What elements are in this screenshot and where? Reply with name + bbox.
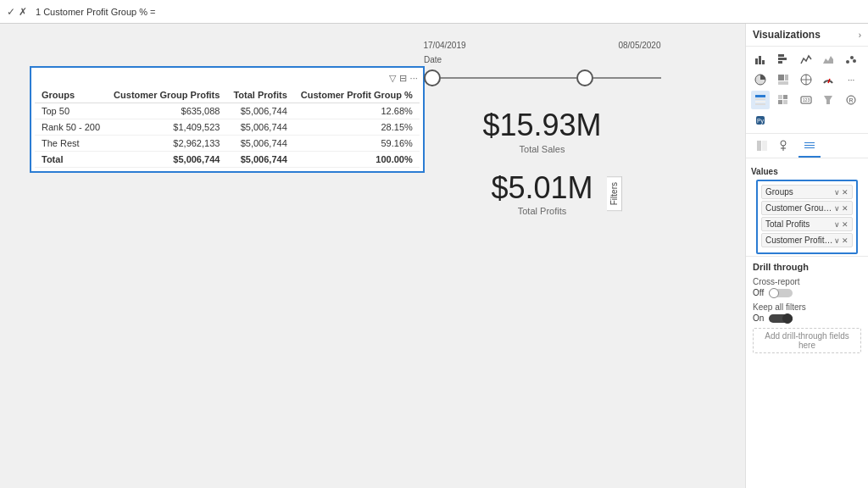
viz-tab-format[interactable] — [751, 137, 773, 158]
date-end: 08/05/2020 — [618, 41, 660, 50]
svg-rect-34 — [762, 141, 767, 151]
field-chevron-icon[interactable]: ∨ — [834, 188, 840, 197]
cross-report-toggle[interactable] — [769, 289, 793, 297]
svg-rect-4 — [778, 58, 787, 60]
field-controls: ∨ ✕ — [834, 204, 849, 213]
field-item-customer-group-profits[interactable]: Customer Group Profits ∨ ✕ — [761, 201, 853, 215]
svg-point-8 — [850, 56, 854, 59]
viz-icon-pie[interactable] — [751, 70, 770, 89]
kpi-total-profits: $5.01M Total Profits — [491, 171, 593, 217]
viz-icon-column[interactable] — [774, 50, 793, 69]
cell-cgp: $5,006,744 — [107, 152, 226, 168]
field-label: Groups — [765, 187, 793, 197]
keep-filters-toggle[interactable] — [769, 314, 793, 323]
svg-rect-19 — [755, 98, 765, 100]
viz-panel-title: Visualizations — [753, 29, 821, 41]
cell-cgp: $1,409,523 — [107, 119, 226, 136]
cell-group: The Rest — [35, 136, 107, 152]
viz-icon-custom[interactable]: R — [842, 91, 860, 109]
kpi-total-profits-value: $5.01M — [491, 171, 593, 205]
cross-report-label: Cross-report — [753, 277, 861, 286]
svg-rect-38 — [804, 142, 815, 143]
drill-add-field-placeholder[interactable]: Add drill-through fields here — [753, 328, 861, 353]
field-remove-icon[interactable]: ✕ — [842, 236, 849, 245]
keep-filters-track[interactable] — [769, 314, 793, 323]
cell-tp: $5,006,744 — [226, 119, 293, 136]
svg-point-9 — [853, 59, 856, 63]
date-line — [441, 77, 576, 79]
kpi-total-sales-label: Total Sales — [482, 144, 601, 154]
viz-icon-table[interactable] — [751, 91, 770, 109]
field-label: Total Profits — [765, 219, 810, 229]
formula-bar-title: 1 Customer Profit Group % = — [36, 7, 156, 17]
svg-rect-3 — [778, 54, 784, 57]
date-node-end[interactable] — [576, 69, 593, 86]
cross-report-track[interactable] — [769, 289, 793, 297]
filters-tab[interactable]: Filters — [607, 176, 622, 211]
top-bar: ✓ ✗ 1 Customer Profit Group % = — [0, 0, 868, 24]
viz-icon-gauge[interactable] — [819, 70, 837, 89]
keep-filters-on-label: On — [753, 313, 764, 323]
cell-tp: $5,006,744 — [226, 136, 293, 152]
viz-icon-matrix[interactable] — [774, 91, 793, 109]
viz-icon-scatter[interactable] — [842, 50, 860, 69]
svg-rect-20 — [755, 101, 765, 103]
svg-point-7 — [846, 60, 849, 64]
drill-through-section: Drill through Cross-report Off Keep all … — [746, 256, 868, 358]
table-header-row: Groups Customer Group Profits Total Prof… — [35, 87, 420, 103]
field-remove-icon[interactable]: ✕ — [842, 188, 849, 197]
svg-rect-23 — [783, 95, 787, 99]
field-chevron-icon[interactable]: ∨ — [834, 236, 840, 245]
viz-icon-py[interactable]: Py — [751, 111, 770, 130]
field-item-total-profits[interactable]: Total Profits ∨ ✕ — [761, 217, 853, 231]
field-remove-icon[interactable]: ✕ — [842, 204, 849, 213]
viz-icon-treemap[interactable] — [774, 70, 793, 89]
viz-icon-funnel[interactable] — [819, 91, 837, 109]
viz-icon-more[interactable]: ··· — [842, 70, 860, 89]
date-node-start[interactable] — [424, 69, 441, 86]
field-label: Customer Group Profits — [765, 203, 833, 213]
kpi-total-profits-label: Total Profits — [491, 206, 593, 216]
values-box: Groups ∨ ✕ Customer Group Profits ∨ ✕ To… — [756, 180, 858, 254]
cross-report-toggle-row: Off — [753, 288, 861, 297]
svg-text:Py: Py — [757, 118, 765, 125]
svg-rect-12 — [785, 75, 788, 80]
viz-action-tabs — [746, 134, 868, 158]
svg-line-17 — [828, 79, 830, 83]
viz-icon-bar[interactable] — [751, 50, 770, 69]
date-slider[interactable] — [424, 69, 661, 86]
svg-rect-22 — [778, 95, 782, 99]
fields-section: Values Groups ∨ ✕ Customer Group Profits… — [746, 158, 868, 488]
field-chevron-icon[interactable]: ∨ — [834, 204, 840, 213]
cell-cgp: $2,962,133 — [107, 136, 226, 152]
viz-tab-analytics[interactable] — [798, 137, 821, 158]
date-area: 17/04/2019 08/05/2020 Date — [356, 41, 728, 86]
viz-tab-fields[interactable] — [775, 137, 797, 158]
field-remove-icon[interactable]: ✕ — [842, 220, 849, 229]
kpi-total-sales: $15.93M Total Sales — [482, 108, 601, 154]
check-icon[interactable]: ✓ — [7, 6, 15, 18]
svg-rect-11 — [778, 75, 784, 80]
svg-rect-18 — [755, 95, 765, 97]
viz-icon-map[interactable] — [797, 70, 815, 89]
field-item-groups[interactable]: Groups ∨ ✕ — [761, 185, 853, 199]
viz-chevron-icon[interactable]: › — [859, 30, 861, 40]
svg-rect-1 — [759, 56, 761, 64]
field-chevron-icon[interactable]: ∨ — [834, 220, 840, 229]
svg-rect-0 — [755, 58, 758, 64]
svg-text:R: R — [849, 97, 854, 103]
svg-rect-5 — [778, 61, 782, 64]
cross-report-knob — [769, 288, 779, 298]
svg-rect-24 — [778, 100, 782, 104]
svg-marker-6 — [823, 56, 833, 64]
cell-tp: $5,006,744 — [226, 152, 293, 168]
viz-icon-area[interactable] — [819, 50, 837, 69]
viz-icon-card[interactable]: 123 — [797, 91, 815, 109]
field-item-customer-profit-group-%[interactable]: Customer Profit Group % ∨ ✕ — [761, 233, 853, 247]
x-icon[interactable]: ✗ — [19, 6, 27, 18]
kpi-total-sales-value: $15.93M — [482, 108, 601, 142]
viz-icon-line[interactable] — [797, 50, 815, 69]
keep-filters-knob — [782, 313, 793, 324]
date-start: 17/04/2019 — [424, 41, 466, 50]
svg-rect-40 — [804, 147, 815, 148]
